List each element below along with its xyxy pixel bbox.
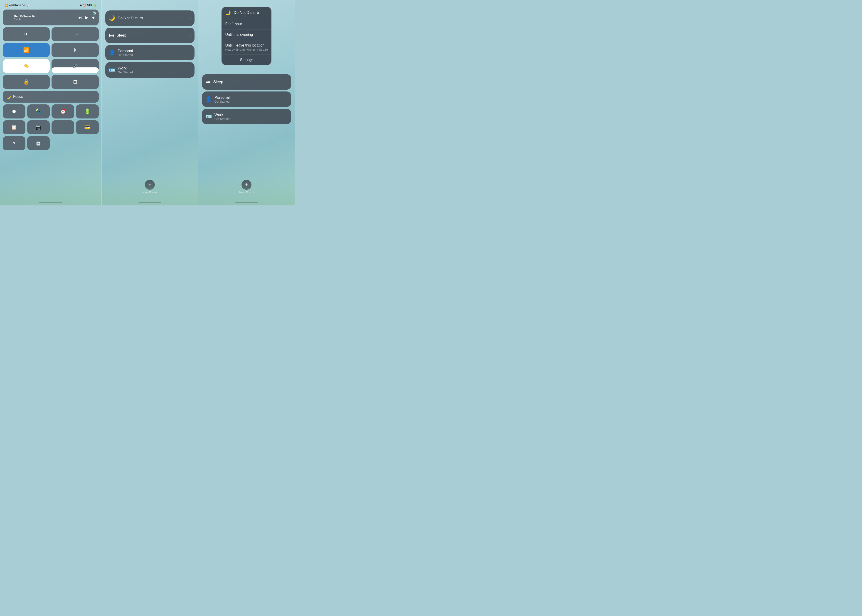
wifi-tile[interactable]: 📶 bbox=[3, 43, 50, 57]
brightness-slider[interactable]: ☀️ bbox=[3, 59, 50, 73]
focus-menu-panel3: 🛏 Sleep ··· 👤 Personal Get Started 🪪 Wor… bbox=[198, 71, 295, 128]
record-icon: ⏺ bbox=[12, 108, 17, 115]
rewind-icon[interactable]: ⏮ bbox=[78, 15, 82, 20]
audio-icon: 🎵 bbox=[60, 124, 66, 130]
battery-tile[interactable]: 🔋 bbox=[76, 104, 99, 118]
music-controls[interactable]: ⏮ ▶ ⏭ bbox=[78, 15, 96, 20]
dnd-until-evening-option[interactable]: Until this evening bbox=[221, 30, 272, 40]
dnd-header: 🌙 Do Not Disturb ··· bbox=[221, 7, 272, 19]
rotation-lock-tile[interactable]: 🔒 bbox=[3, 75, 50, 89]
sleep-dots-icon[interactable]: ··· bbox=[187, 33, 191, 38]
wallet-icon: 💳 bbox=[84, 124, 90, 130]
music-info: Ben Böhmer liv... Cercle bbox=[14, 14, 75, 20]
personal-row[interactable]: 👤 Personal Get Started bbox=[105, 45, 195, 60]
do-not-disturb-row[interactable]: 🌙 Do Not Disturb ··· bbox=[105, 11, 195, 26]
bluetooth-icon: ᛒ bbox=[74, 48, 76, 53]
cellular-tile[interactable]: ((·)) bbox=[52, 27, 99, 41]
new-focus-button-p3[interactable]: + New Focus bbox=[239, 180, 254, 194]
control-center-content: 📶 vodafone.de 📡 ▶ ⏰ 94% 🔋 🎵 Ben Böhmer l… bbox=[0, 0, 102, 150]
dots-icon[interactable]: ··· bbox=[187, 16, 191, 20]
sleep-row[interactable]: 🛏 Sleep ··· bbox=[105, 28, 195, 43]
focus-label: Focus bbox=[13, 95, 23, 99]
plus-icon-p3: + bbox=[245, 182, 248, 188]
music-subtitle: Cercle bbox=[14, 18, 75, 20]
rotation-lock-icon: 🔒 bbox=[23, 79, 29, 85]
personal-row-p3[interactable]: 👤 Personal Get Started bbox=[202, 91, 291, 107]
battery-icon: 🔋 bbox=[94, 4, 97, 7]
new-focus-label-p3: New Focus bbox=[239, 191, 254, 194]
status-bar: 📶 vodafone.de 📡 ▶ ⏰ 94% 🔋 bbox=[3, 3, 99, 8]
focus-menu: 🌙 Do Not Disturb ··· 🛏 Sleep ··· 👤 Perso… bbox=[102, 7, 198, 81]
record-tile[interactable]: ⏺ bbox=[3, 104, 25, 118]
alarm-tile[interactable]: ⏰ bbox=[52, 104, 74, 118]
new-focus-circle[interactable]: + bbox=[145, 180, 155, 190]
dnd-header-dots-icon[interactable]: ··· bbox=[264, 11, 268, 15]
airplane-mode-tile[interactable]: ✈ bbox=[3, 27, 50, 41]
personal-subtitle-p3: Get Started bbox=[215, 100, 287, 103]
fast-forward-icon[interactable]: ⏭ bbox=[91, 15, 96, 20]
sleep-title: Sleep bbox=[117, 33, 185, 38]
focus-menu-panel: 🌙 Do Not Disturb ··· 🛏 Sleep ··· 👤 Perso… bbox=[102, 0, 198, 206]
carrier-text: vodafone.de bbox=[9, 4, 25, 7]
dnd-moon-icon: 🌙 bbox=[225, 10, 231, 16]
work-content-p3: Work Get Started bbox=[215, 113, 287, 121]
dnd-until-location-option[interactable]: Until I leave this location Nearby Tino-… bbox=[221, 40, 272, 55]
battery-text: 94% bbox=[87, 4, 93, 7]
new-focus-circle-p3[interactable]: + bbox=[242, 180, 251, 190]
music-note-icon: 🎵 bbox=[6, 15, 12, 20]
personal-icon: 👤 bbox=[109, 50, 115, 56]
volume-slider[interactable]: 🔊 bbox=[52, 59, 99, 73]
play-icon[interactable]: ▶ bbox=[85, 15, 88, 20]
work-content: Work Get Started bbox=[118, 66, 191, 74]
work-row[interactable]: 🪪 Work Get Started bbox=[105, 62, 195, 78]
flashlight-tile[interactable]: 🔦 bbox=[27, 104, 50, 118]
focus-tile[interactable]: 🌙 Focus bbox=[3, 91, 99, 102]
notes-tile[interactable]: 📋 bbox=[3, 120, 25, 134]
dnd-for-hour-option[interactable]: For 1 hour bbox=[221, 19, 272, 30]
wifi-status-icon: 📡 bbox=[26, 4, 29, 7]
flashlight-icon: 🔦 bbox=[35, 108, 42, 115]
wifi-icon: 📶 bbox=[23, 47, 29, 53]
personal-subtitle: Get Started bbox=[118, 53, 191, 57]
home-indicator-2 bbox=[138, 202, 161, 203]
screen-mirror-tile[interactable]: ⊡ bbox=[52, 75, 99, 89]
alarm-tile-icon: ⏰ bbox=[60, 108, 66, 115]
home-indicator bbox=[39, 202, 62, 203]
do-not-disturb-content: Do Not Disturb bbox=[118, 16, 185, 20]
sleep-icon: 🛏 bbox=[109, 33, 114, 38]
wallet-tile[interactable]: 💳 bbox=[76, 120, 99, 134]
shazam-tile[interactable]: S bbox=[3, 136, 25, 150]
status-left: 📶 vodafone.de 📡 bbox=[5, 4, 29, 7]
qr-icon: ▦ bbox=[36, 140, 41, 146]
bluetooth-tile[interactable]: ᛒ bbox=[52, 43, 99, 57]
dnd-until-evening-label: Until this evening bbox=[225, 33, 268, 37]
qr-tile[interactable]: ▦ bbox=[27, 136, 50, 150]
personal-content: Personal Get Started bbox=[118, 49, 191, 57]
sleep-content: Sleep bbox=[117, 33, 185, 38]
new-focus-label: New Focus bbox=[143, 191, 157, 194]
airplay-icon[interactable]: 📡 bbox=[93, 11, 96, 15]
personal-icon-p3: 👤 bbox=[206, 96, 212, 102]
battery-tile-icon: 🔋 bbox=[84, 108, 90, 115]
camera-tile[interactable]: 📷 bbox=[27, 120, 50, 134]
work-subtitle-p3: Get Started bbox=[215, 117, 287, 121]
dnd-until-location-label: Until I leave this location bbox=[225, 43, 268, 47]
camera-icon: 📷 bbox=[35, 124, 42, 130]
work-row-p3[interactable]: 🪪 Work Get Started bbox=[202, 109, 291, 124]
audio-tile[interactable]: 🎵 bbox=[52, 120, 74, 134]
personal-title-p3: Personal bbox=[215, 95, 287, 100]
dnd-dropdown: 🌙 Do Not Disturb ··· For 1 hour Until th… bbox=[221, 7, 272, 65]
new-focus-button[interactable]: + New Focus bbox=[143, 180, 157, 194]
work-icon-p3: 🪪 bbox=[206, 113, 212, 119]
sleep-row-p3[interactable]: 🛏 Sleep ··· bbox=[202, 74, 291, 90]
plus-icon: + bbox=[148, 182, 151, 188]
brightness-icon: ☀️ bbox=[24, 64, 29, 69]
dnd-settings-label: Settings bbox=[240, 58, 253, 62]
sleep-dots-p3[interactable]: ··· bbox=[284, 80, 287, 85]
personal-title: Personal bbox=[118, 49, 191, 53]
work-icon: 🪪 bbox=[109, 67, 115, 73]
dnd-location-sub: Nearby Tino-Schwierzina-Straße bbox=[225, 48, 268, 51]
music-tile[interactable]: 🎵 Ben Böhmer liv... Cercle ⏮ ▶ ⏭ 📡 bbox=[3, 9, 99, 25]
control-center-panel: 📶 vodafone.de 📡 ▶ ⏰ 94% 🔋 🎵 Ben Böhmer l… bbox=[0, 0, 102, 206]
dnd-settings-option[interactable]: Settings bbox=[221, 55, 272, 65]
